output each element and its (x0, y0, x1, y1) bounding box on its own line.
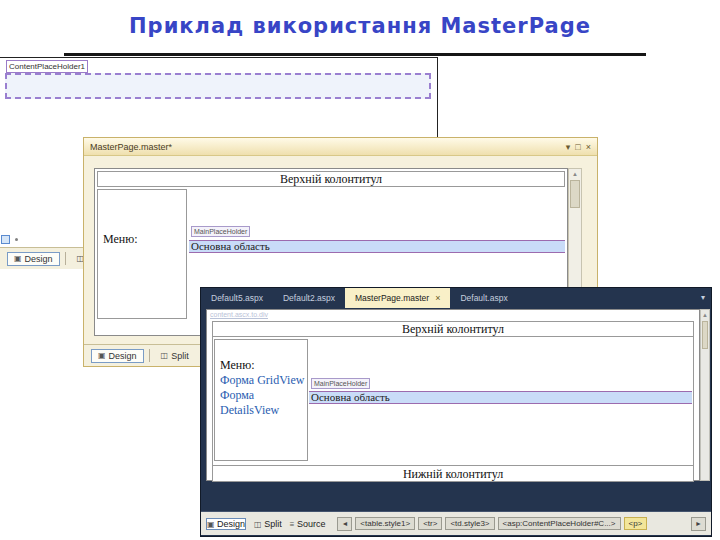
design-label: Design (217, 519, 245, 529)
menu-link-detailsview[interactable]: Форма DetailsView (220, 388, 307, 418)
title-underline (64, 53, 646, 56)
split-icon: ◫ (161, 351, 169, 360)
tag-contentplaceholder[interactable]: <asp:ContentPlaceHolder#C...> (498, 517, 621, 530)
footer-row: Нижній колонтитул (212, 465, 694, 482)
vertical-scrollbar[interactable]: ▲ (700, 309, 710, 481)
scrollbar-thumb[interactable] (702, 321, 708, 349)
split-button[interactable]: ◫ Split (155, 350, 195, 362)
tagnav-right-icon[interactable]: ► (691, 517, 706, 531)
tab-default2[interactable]: Default2.aspx (273, 288, 345, 308)
tag-td[interactable]: <td.style3> (445, 517, 494, 530)
design-button[interactable]: ▣ Design (7, 252, 60, 266)
tag-table[interactable]: <table.style1> (355, 517, 415, 530)
design-surface: content.ascx.to.div Верхній колонтитул М… (206, 309, 700, 481)
menu-link-gridview[interactable]: Форма GridView (220, 373, 304, 388)
split-label: Split (171, 351, 189, 361)
window-titlebar[interactable]: MasterPage.master* ▾ □ × (84, 138, 597, 156)
window-controls: ▾ □ × (566, 142, 591, 152)
design-button[interactable]: ▣ Design (206, 518, 246, 530)
header-row: Верхній колонтитул (97, 171, 565, 187)
slide: Приклад використання MasterPage ContentP… (0, 0, 720, 540)
source-label: Source (297, 519, 326, 529)
main-area-placeholder[interactable]: Основна область (189, 240, 565, 253)
source-button[interactable]: ≡ Source (290, 519, 326, 529)
maximize-icon[interactable]: □ (575, 142, 580, 152)
design-icon: ▣ (14, 254, 22, 263)
tab-label: Default5.aspx (211, 293, 263, 303)
tab-label: MasterPage.master (355, 293, 429, 303)
contentplaceholder-tag-label[interactable]: ContentPlaceHolder1 (6, 60, 88, 73)
close-icon[interactable]: × (435, 293, 440, 303)
tab-default5[interactable]: Default5.aspx (201, 288, 273, 308)
design-label: Design (25, 254, 53, 264)
view-switch-toolbar: ▣ Design ◫ Split ≡ Source ◄ <table.style… (201, 511, 711, 535)
tag-tr[interactable]: <tr> (418, 517, 442, 530)
toolbar-divider (65, 252, 66, 265)
selection-handle[interactable] (1, 235, 10, 244)
contentplaceholder-region[interactable] (5, 73, 431, 99)
main-area-placeholder[interactable]: Основна область (309, 391, 692, 404)
selection-dot (15, 238, 18, 241)
tag-navigator: ◄ <table.style1> <tr> <td.style3> <asp:C… (337, 517, 647, 531)
menu-label: Меню: (103, 232, 138, 247)
design-button[interactable]: ▣ Design (91, 349, 144, 363)
slide-title: Приклад використання MasterPage (0, 14, 720, 38)
tab-masterpage[interactable]: MasterPage.master × (345, 288, 450, 308)
element-tag-label: content.ascx.to.div (210, 311, 268, 318)
tab-overflow-icon[interactable]: ▾ (701, 293, 705, 302)
mainplaceholder-tag-label[interactable]: MainPlaceHolder (191, 226, 250, 237)
split-button[interactable]: ◫ Split (254, 519, 282, 529)
tagnav-left-icon[interactable]: ◄ (337, 517, 352, 531)
close-icon[interactable]: × (586, 142, 591, 152)
design-icon: ▣ (207, 520, 215, 529)
dark-editor-window: Default5.aspx Default2.aspx MasterPage.m… (200, 287, 712, 537)
mainplaceholder-tag-label[interactable]: MainPlaceHolder (311, 378, 370, 389)
split-label: Split (264, 519, 282, 529)
design-icon: ▣ (98, 351, 106, 360)
tag-p[interactable]: <p> (624, 517, 648, 530)
menu-column: Меню: Форма GridView Форма DetailsView (214, 339, 308, 461)
tab-label: Default.aspx (460, 293, 507, 303)
tab-label: Default2.aspx (283, 293, 335, 303)
source-icon: ≡ (290, 520, 295, 529)
scroll-up-icon[interactable]: ▲ (701, 310, 709, 320)
window-title: MasterPage.master* (90, 142, 566, 152)
toolbar-divider (149, 349, 150, 362)
menu-label: Меню: (220, 358, 255, 373)
tab-default[interactable]: Default.aspx (450, 288, 517, 308)
split-icon: ◫ (254, 520, 262, 529)
scrollbar-thumb[interactable] (570, 180, 580, 208)
design-label: Design (109, 351, 137, 361)
scroll-up-icon[interactable]: ▲ (569, 169, 581, 179)
menu-column: Меню: (97, 189, 187, 319)
window-menu-icon[interactable]: ▾ (566, 142, 571, 152)
header-row: Верхній колонтитул (212, 321, 694, 337)
document-tabbar: Default5.aspx Default2.aspx MasterPage.m… (201, 288, 711, 308)
